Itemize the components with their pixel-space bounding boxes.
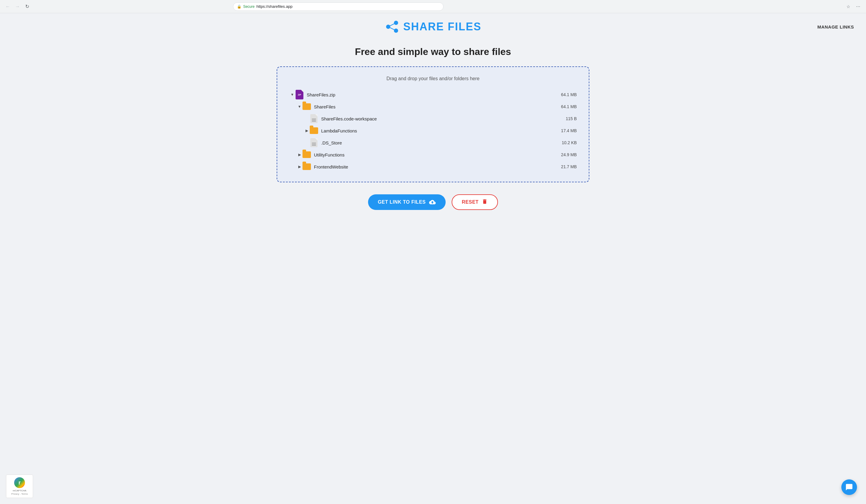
get-link-button[interactable]: GET LINK TO FILES <box>368 194 445 210</box>
recaptcha-logo: r <box>14 477 25 488</box>
extensions-button[interactable]: ⋯ <box>854 2 863 11</box>
chat-bubble-button[interactable] <box>841 479 857 495</box>
file-tree: ▼ ZIP ShareFiles.zip 64.1 MB ▼ ShareFile… <box>289 89 577 173</box>
reset-button[interactable]: RESET <box>452 194 498 210</box>
nav-buttons: ← → ↻ <box>3 2 31 11</box>
recaptcha-links: Privacy - Terms <box>9 493 30 495</box>
doc-file-icon <box>310 138 318 147</box>
drop-hint: Drag and drop your files and/or folders … <box>289 76 577 81</box>
svg-point-2 <box>394 28 398 33</box>
upload-icon <box>429 198 436 206</box>
file-size: 115 B <box>566 116 577 121</box>
secure-icon: 🔒 <box>237 4 242 9</box>
logo-text: SHARE FILES <box>403 20 481 33</box>
chevron-down-icon[interactable]: ▼ <box>297 104 302 110</box>
reset-label: RESET <box>462 199 479 205</box>
file-size: 17.4 MB <box>561 128 577 133</box>
svg-line-3 <box>390 24 394 26</box>
main-content: Free and simple way to share files Drag … <box>0 40 866 228</box>
chat-icon <box>845 483 853 491</box>
svg-point-0 <box>386 25 390 29</box>
tree-row: ▶ UtilityFunctions 24.9 MB <box>297 149 577 161</box>
buttons-row: GET LINK TO FILES RESET <box>368 194 498 210</box>
file-size: 10.2 KB <box>562 140 577 145</box>
file-size: 64.1 MB <box>561 92 577 97</box>
chevron-right-icon[interactable]: ▶ <box>304 128 310 134</box>
folder-icon <box>310 126 318 135</box>
recaptcha-widget: r reCAPTCHA Privacy - Terms <box>6 474 33 498</box>
browser-chrome: ← → ↻ 🔒 Secure https://sharefiles.app ☆ … <box>0 0 866 13</box>
svg-line-4 <box>390 27 394 30</box>
zip-file-icon: ZIP <box>295 90 304 99</box>
file-size: 24.9 MB <box>561 152 577 157</box>
manage-links-button[interactable]: MANAGE LINKS <box>817 24 854 30</box>
file-size: 64.1 MB <box>561 104 577 109</box>
doc-file-icon <box>310 114 318 123</box>
folder-icon <box>302 102 311 111</box>
page-title: Free and simple way to share files <box>355 46 511 57</box>
tree-row: ShareFiles.code-workspace 115 B <box>304 113 577 125</box>
drop-zone[interactable]: Drag and drop your files and/or folders … <box>277 66 589 182</box>
file-size: 21.7 MB <box>561 164 577 169</box>
back-button[interactable]: ← <box>3 2 12 11</box>
chevron-down-icon[interactable]: ▼ <box>289 92 295 98</box>
filename: .DS_Store <box>321 140 342 145</box>
tree-row: .DS_Store 10.2 KB <box>304 137 577 149</box>
filename: ShareFiles <box>314 104 335 109</box>
browser-actions: ☆ ⋯ <box>844 2 863 11</box>
app-container: SHARE FILES MANAGE LINKS Free and simple… <box>0 13 866 504</box>
logo-container: SHARE FILES <box>385 19 481 34</box>
svg-point-1 <box>394 21 398 25</box>
reload-button[interactable]: ↻ <box>23 2 31 11</box>
logo-icon <box>385 19 400 34</box>
folder-icon <box>302 150 311 159</box>
bookmark-button[interactable]: ☆ <box>844 2 853 11</box>
trash-icon <box>482 198 488 206</box>
filename: UtilityFunctions <box>314 152 345 157</box>
tree-row: ▶ FrontendWebsite 21.7 MB <box>297 161 577 173</box>
get-link-label: GET LINK TO FILES <box>378 199 425 205</box>
terms-link[interactable]: Terms <box>21 493 28 495</box>
filename: LambdaFunctions <box>321 128 357 133</box>
forward-button[interactable]: → <box>13 2 22 11</box>
filename: ShareFiles.code-workspace <box>321 116 377 121</box>
folder-icon <box>302 162 311 171</box>
tree-row: ▼ ZIP ShareFiles.zip 64.1 MB <box>289 89 577 101</box>
tree-row: ▼ ShareFiles 64.1 MB <box>297 101 577 113</box>
app-header: SHARE FILES MANAGE LINKS <box>0 13 866 40</box>
tree-row: ▶ LambdaFunctions 17.4 MB <box>304 125 577 137</box>
url-text: https://sharefiles.app <box>256 4 292 9</box>
chevron-right-icon[interactable]: ▶ <box>297 164 302 170</box>
filename: FrontendWebsite <box>314 164 348 169</box>
secure-label: Secure <box>243 4 255 9</box>
chevron-right-icon[interactable]: ▶ <box>297 152 302 158</box>
filename: ShareFiles.zip <box>307 92 335 97</box>
address-bar[interactable]: 🔒 Secure https://sharefiles.app <box>233 2 444 11</box>
recaptcha-text: reCAPTCHA <box>9 489 30 492</box>
privacy-link[interactable]: Privacy <box>11 493 19 495</box>
